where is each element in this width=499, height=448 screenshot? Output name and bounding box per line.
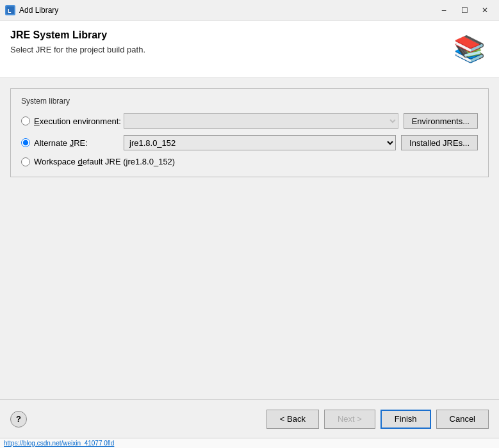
minimize-button[interactable]: – — [435, 4, 453, 17]
url-bar: https://blog.csdn.net/weixin_41077 0fld — [0, 438, 499, 448]
execution-env-row: Execution environment: Environments... — [21, 113, 478, 129]
system-library-group: System library Execution environment: En… — [10, 88, 489, 177]
alternate-jre-label[interactable]: Alternate JRE: — [34, 138, 124, 148]
exec-env-dropdown[interactable] — [124, 113, 398, 129]
window-controls: – ☐ ✕ — [435, 4, 494, 17]
maximize-button[interactable]: ☐ — [455, 4, 473, 17]
main-content: System library Execution environment: En… — [0, 78, 499, 399]
environments-button[interactable]: Environments... — [404, 113, 478, 129]
url-text: https://blog.csdn.net/weixin_41077 0fld — [4, 440, 114, 447]
alt-jre-dropdown-wrapper: jre1.8.0_152 — [124, 135, 396, 150]
window-title: Add Library — [19, 6, 435, 15]
cancel-button[interactable]: Cancel — [436, 410, 489, 429]
workspace-default-label[interactable]: Workspace default JRE (jre1.8.0_152) — [34, 157, 175, 166]
bottom-bar: ? < Back Next > Finish Cancel — [0, 399, 499, 438]
help-button[interactable]: ? — [10, 411, 27, 428]
workspace-default-radio[interactable] — [21, 157, 30, 166]
title-bar: L Add Library – ☐ ✕ — [0, 0, 499, 20]
alternate-jre-row: Alternate JRE: jre1.8.0_152 Installed JR… — [21, 135, 478, 150]
execution-env-radio[interactable] — [21, 116, 30, 125]
alt-jre-dropdown[interactable]: jre1.8.0_152 — [124, 135, 396, 150]
finish-button[interactable]: Finish — [380, 410, 431, 429]
window-icon: L — [5, 5, 15, 15]
bottom-right: < Back Next > Finish Cancel — [266, 410, 489, 429]
workspace-default-row: Workspace default JRE (jre1.8.0_152) — [21, 157, 478, 166]
execution-env-label[interactable]: Execution environment: — [34, 116, 124, 126]
group-box-label: System library — [21, 97, 478, 106]
alternate-jre-radio[interactable] — [21, 138, 30, 147]
header-icon: 📚 — [450, 29, 489, 68]
header-area: JRE System Library Select JRE for the pr… — [0, 20, 499, 78]
page-subtitle: Select JRE for the project build path. — [10, 45, 450, 54]
back-button[interactable]: < Back — [266, 410, 319, 429]
header-text: JRE System Library Select JRE for the pr… — [10, 29, 450, 54]
exec-env-dropdown-wrapper — [124, 113, 398, 129]
bottom-left: ? — [10, 411, 266, 428]
next-button[interactable]: Next > — [324, 410, 375, 429]
installed-jres-button[interactable]: Installed JREs... — [401, 135, 478, 150]
svg-text:L: L — [8, 8, 12, 14]
close-button[interactable]: ✕ — [476, 4, 494, 17]
page-title: JRE System Library — [10, 29, 450, 41]
